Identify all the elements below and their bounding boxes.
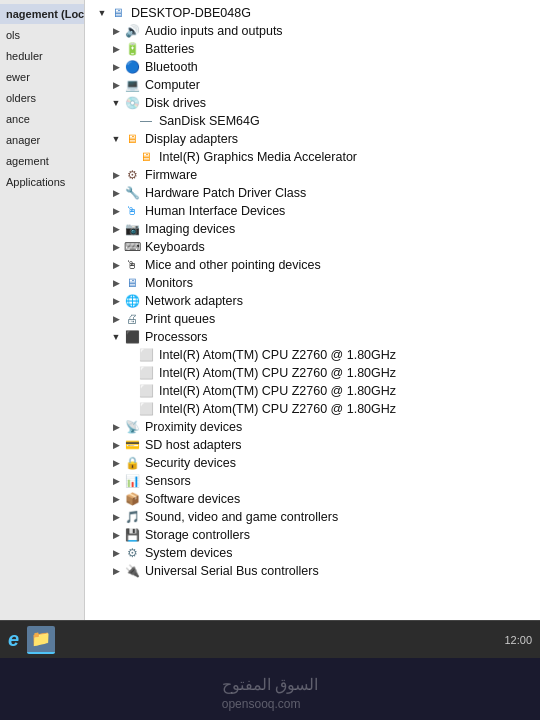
tree-item-usb[interactable]: ▶ 🔌 Universal Serial Bus controllers xyxy=(85,562,540,580)
tree-item-network[interactable]: ▶ 🌐 Network adapters xyxy=(85,292,540,310)
sidebar-item-tools[interactable]: ols xyxy=(0,25,84,45)
proximity-arrow: ▶ xyxy=(109,422,123,432)
sidebar-item-viewer[interactable]: ewer xyxy=(0,67,84,87)
system-icon: ⚙ xyxy=(123,545,141,561)
tree-item-intel-graphics[interactable]: 🖥 Intel(R) Graphics Media Accelerator xyxy=(85,148,540,166)
tree-item-cpu3[interactable]: ⬜ Intel(R) Atom(TM) CPU Z2760 @ 1.80GHz xyxy=(85,382,540,400)
print-icon: 🖨 xyxy=(123,311,141,327)
tree-item-hardware-patch[interactable]: ▶ 🔧 Hardware Patch Driver Class xyxy=(85,184,540,202)
tree-item-system[interactable]: ▶ ⚙ System devices xyxy=(85,544,540,562)
window-content: nagement (Local ols heduler ewer olders … xyxy=(0,0,540,620)
display-arrow: ▼ xyxy=(109,134,123,144)
tree-item-audio[interactable]: ▶ 🔊 Audio inputs and outputs xyxy=(85,22,540,40)
tree-item-keyboards[interactable]: ▶ ⌨ Keyboards xyxy=(85,238,540,256)
security-arrow: ▶ xyxy=(109,458,123,468)
tree-item-print[interactable]: ▶ 🖨 Print queues xyxy=(85,310,540,328)
tree-item-firmware[interactable]: ▶ ⚙ Firmware xyxy=(85,166,540,184)
display-label: Display adapters xyxy=(145,132,536,146)
tree-item-disk-drives[interactable]: ▼ 💿 Disk drives xyxy=(85,94,540,112)
storage-label: Storage controllers xyxy=(145,528,536,542)
imaging-arrow: ▶ xyxy=(109,224,123,234)
internet-explorer-icon[interactable]: e xyxy=(8,628,19,651)
bluetooth-arrow: ▶ xyxy=(109,62,123,72)
monitors-arrow: ▶ xyxy=(109,278,123,288)
usb-icon: 🔌 xyxy=(123,563,141,579)
tree-item-processors[interactable]: ▼ ⬛ Processors xyxy=(85,328,540,346)
cpu4-label: Intel(R) Atom(TM) CPU Z2760 @ 1.80GHz xyxy=(159,402,536,416)
audio-icon: 🔊 xyxy=(123,23,141,39)
storage-arrow: ▶ xyxy=(109,530,123,540)
bluetooth-label: Bluetooth xyxy=(145,60,536,74)
batteries-icon: 🔋 xyxy=(123,41,141,57)
sidebar-item-manager[interactable]: anager xyxy=(0,130,84,150)
tree-item-sd-host[interactable]: ▶ 💳 SD host adapters xyxy=(85,436,540,454)
print-arrow: ▶ xyxy=(109,314,123,324)
software-arrow: ▶ xyxy=(109,494,123,504)
sound-icon: 🎵 xyxy=(123,509,141,525)
tree-item-sound[interactable]: ▶ 🎵 Sound, video and game controllers xyxy=(85,508,540,526)
tree-item-security[interactable]: ▶ 🔒 Security devices xyxy=(85,454,540,472)
tree-item-proximity[interactable]: ▶ 📡 Proximity devices xyxy=(85,418,540,436)
tree-item-sensors[interactable]: ▶ 📊 Sensors xyxy=(85,472,540,490)
file-explorer-icon[interactable]: 📁 xyxy=(27,626,55,654)
human-icon: 🖱 xyxy=(123,203,141,219)
disk-arrow: ▼ xyxy=(109,98,123,108)
tree-item-mice[interactable]: ▶ 🖱 Mice and other pointing devices xyxy=(85,256,540,274)
computer-arrow: ▶ xyxy=(109,80,123,90)
sidebar-item-scheduler[interactable]: heduler xyxy=(0,46,84,66)
watermark: السوق المفتوحopensooq.com xyxy=(222,675,318,712)
display-icon: 🖥 xyxy=(123,131,141,147)
tree-item-cpu4[interactable]: ⬜ Intel(R) Atom(TM) CPU Z2760 @ 1.80GHz xyxy=(85,400,540,418)
taskbar: e 📁 12:00 xyxy=(0,620,540,658)
tree-item-batteries[interactable]: ▶ 🔋 Batteries xyxy=(85,40,540,58)
root-icon: 🖥 xyxy=(109,5,127,21)
sidebar-item-applications[interactable]: Applications xyxy=(0,172,84,192)
tree-item-display[interactable]: ▼ 🖥 Display adapters xyxy=(85,130,540,148)
tree-item-software[interactable]: ▶ 📦 Software devices xyxy=(85,490,540,508)
sound-label: Sound, video and game controllers xyxy=(145,510,536,524)
network-arrow: ▶ xyxy=(109,296,123,306)
sd-label: SD host adapters xyxy=(145,438,536,452)
processors-arrow: ▼ xyxy=(109,332,123,342)
network-icon: 🌐 xyxy=(123,293,141,309)
bluetooth-icon: 🔵 xyxy=(123,59,141,75)
sidebar-item-folders[interactable]: olders xyxy=(0,88,84,108)
tree-item-imaging[interactable]: ▶ 📷 Imaging devices xyxy=(85,220,540,238)
tree-item-storage[interactable]: ▶ 💾 Storage controllers xyxy=(85,526,540,544)
cpu3-label: Intel(R) Atom(TM) CPU Z2760 @ 1.80GHz xyxy=(159,384,536,398)
tree-item-cpu1[interactable]: ⬜ Intel(R) Atom(TM) CPU Z2760 @ 1.80GHz xyxy=(85,346,540,364)
sidebar: nagement (Local ols heduler ewer olders … xyxy=(0,0,85,620)
sandisk-icon: — xyxy=(137,113,155,129)
sidebar-item-management[interactable]: nagement (Local xyxy=(0,4,84,24)
device-manager-tree[interactable]: ▼ 🖥 DESKTOP-DBE048G ▶ 🔊 Audio inputs and… xyxy=(85,0,540,620)
system-label: System devices xyxy=(145,546,536,560)
tree-item-computer[interactable]: ▶ 💻 Computer xyxy=(85,76,540,94)
keyboards-label: Keyboards xyxy=(145,240,536,254)
system-tray: 12:00 xyxy=(504,634,532,646)
storage-icon: 💾 xyxy=(123,527,141,543)
mice-label: Mice and other pointing devices xyxy=(145,258,536,272)
tree-item-cpu2[interactable]: ⬜ Intel(R) Atom(TM) CPU Z2760 @ 1.80GHz xyxy=(85,364,540,382)
usb-label: Universal Serial Bus controllers xyxy=(145,564,536,578)
mice-arrow: ▶ xyxy=(109,260,123,270)
tree-item-sandisk[interactable]: — SanDisk SEM64G xyxy=(85,112,540,130)
sensors-arrow: ▶ xyxy=(109,476,123,486)
sidebar-item-ance[interactable]: ance xyxy=(0,109,84,129)
tree-item-human-interface[interactable]: ▶ 🖱 Human Interface Devices xyxy=(85,202,540,220)
human-label: Human Interface Devices xyxy=(145,204,536,218)
tree-item-monitors[interactable]: ▶ 🖥 Monitors xyxy=(85,274,540,292)
root-label: DESKTOP-DBE048G xyxy=(131,6,536,20)
network-label: Network adapters xyxy=(145,294,536,308)
tree-item-bluetooth[interactable]: ▶ 🔵 Bluetooth xyxy=(85,58,540,76)
tree-root[interactable]: ▼ 🖥 DESKTOP-DBE048G xyxy=(85,4,540,22)
sensors-label: Sensors xyxy=(145,474,536,488)
intel-graphics-icon: 🖥 xyxy=(137,149,155,165)
proximity-label: Proximity devices xyxy=(145,420,536,434)
cpu3-icon: ⬜ xyxy=(137,383,155,399)
cpu4-icon: ⬜ xyxy=(137,401,155,417)
cpu1-label: Intel(R) Atom(TM) CPU Z2760 @ 1.80GHz xyxy=(159,348,536,362)
hardware-arrow: ▶ xyxy=(109,188,123,198)
hardware-label: Hardware Patch Driver Class xyxy=(145,186,536,200)
software-icon: 📦 xyxy=(123,491,141,507)
sidebar-item-agement[interactable]: agement xyxy=(0,151,84,171)
